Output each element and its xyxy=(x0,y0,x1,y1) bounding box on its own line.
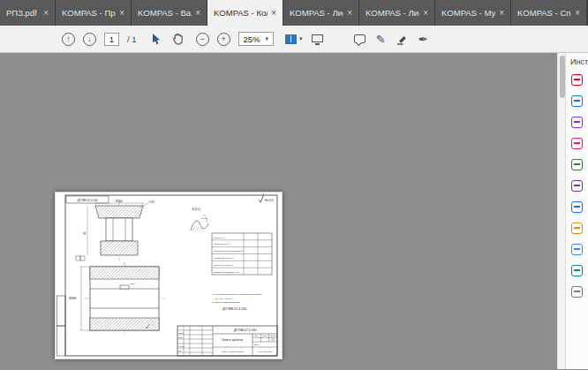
mass-label: Масса xyxy=(262,335,268,336)
chevron-down-icon: ▾ xyxy=(266,35,269,42)
hand-icon xyxy=(172,33,184,45)
dim-outer-diameter: Ø160 xyxy=(116,200,123,203)
zoom-out-button[interactable]: − xyxy=(196,33,209,46)
page-total-label: / 1 xyxy=(127,34,137,44)
table-row: Делительный диаметр d 160 xyxy=(214,271,240,273)
stamp-tool-icon[interactable] xyxy=(571,223,583,234)
page-view-icon xyxy=(285,34,297,44)
sheet-label: Лист 1 xyxy=(254,344,260,345)
role-label: Н.контр. xyxy=(178,345,185,347)
measure-tool-icon[interactable] xyxy=(571,244,583,255)
edit-pdf-icon[interactable] xyxy=(571,117,583,128)
zoom-in-button[interactable]: + xyxy=(217,33,230,46)
part-material: Сталь 45 ГОСТ 1050-88 xyxy=(222,351,245,352)
chevron-down-icon: ▾ xyxy=(299,35,303,42)
content-area: ДП 988-07.4.100 Ra 6,3 xyxy=(0,53,588,369)
tab-label: KOMPAS - Прив... xyxy=(62,8,116,18)
close-icon[interactable]: × xyxy=(499,8,504,18)
table-row: Степень точности 7-B xyxy=(214,264,234,266)
previous-page-button[interactable]: ↑ xyxy=(62,33,75,46)
part-title: Колесо зубчатое xyxy=(222,338,244,342)
tab-label: KOMPAS - Вал... xyxy=(138,8,192,18)
tab-kompas-list-2[interactable]: KOMPAS - Лис... × xyxy=(359,0,435,26)
scale-label: Масштаб xyxy=(269,335,276,336)
tools-panel: Инст xyxy=(565,53,588,369)
drawing-designation: ДП 988-07.4.100 xyxy=(222,307,246,311)
add-comment-button[interactable] xyxy=(353,30,366,48)
page-number-input[interactable]: 1 xyxy=(104,33,119,46)
note-line: 2. Острые кромки притупить. xyxy=(212,301,240,304)
sign-tool-button[interactable]: ✒ xyxy=(417,30,430,48)
tab-bar: РПЗ.pdf × KOMPAS - Прив... × KOMPAS - Ва… xyxy=(0,0,588,26)
close-icon[interactable]: × xyxy=(271,8,276,18)
role-label: Разраб. xyxy=(178,332,185,334)
page-view-menu-button[interactable]: ▾ xyxy=(285,30,303,48)
combine-files-icon[interactable] xyxy=(571,159,583,170)
tab-kompas-priv[interactable]: KOMPAS - Прив... × xyxy=(56,0,132,26)
tab-kompas-spe[interactable]: KOMPAS - Спе... × xyxy=(511,0,587,26)
close-icon[interactable]: × xyxy=(347,8,352,18)
cursor-icon xyxy=(152,34,162,45)
draw-tool-button[interactable]: ✎ xyxy=(374,30,388,48)
presentation-mode-button[interactable] xyxy=(311,30,324,48)
note-line: 1. Неуказанные предельные отклонения раз… xyxy=(212,293,262,296)
table-row: Модуль m 4 xyxy=(214,237,225,238)
close-icon[interactable]: × xyxy=(119,8,124,18)
document-canvas[interactable]: ДП 988-07.4.100 Ra 6,3 xyxy=(0,53,557,369)
more-tools-icon[interactable] xyxy=(571,286,583,298)
arrow-down-icon: ↓ xyxy=(87,35,92,43)
dim-chamfer: 1×45° xyxy=(149,200,155,204)
detail-view-label: Б (5:1) xyxy=(192,208,200,211)
role-label: Пров. xyxy=(178,336,183,338)
tools-panel-header: Инст xyxy=(566,53,588,74)
highlighter-icon xyxy=(396,34,408,45)
close-icon[interactable]: × xyxy=(575,8,580,18)
scale-value: 1:1 xyxy=(271,338,275,342)
vertical-scrollbar[interactable] xyxy=(557,53,565,369)
dim-width: 45 xyxy=(83,231,87,235)
next-page-button[interactable]: ↓ xyxy=(83,33,96,46)
close-icon[interactable]: × xyxy=(43,8,49,18)
tab-label: KOMPAS - Кол... xyxy=(214,8,268,18)
parameters-table xyxy=(212,233,272,275)
tab-label: KOMPAS - Лис... xyxy=(290,8,343,18)
detail-roughness: Ra 1,6 xyxy=(201,217,207,220)
certificates-icon[interactable] xyxy=(571,265,583,276)
tab-kompas-mu[interactable]: KOMPAS - Му... × xyxy=(435,0,511,26)
comment-tool-icon[interactable] xyxy=(571,138,583,149)
table-row: Число зубьев z 40 xyxy=(214,243,230,245)
main-toolbar: ↑ ↓ 1 / 1 − + 25% ▾ ▾ ✎ xyxy=(0,26,588,53)
dim-bore-diameter: Ø56H7 xyxy=(69,297,77,300)
roughness-value: Ra 6,3 xyxy=(265,199,274,202)
scrollbar-thumb[interactable] xyxy=(560,56,565,98)
hub-section-view xyxy=(79,262,164,335)
highlight-tool-button[interactable] xyxy=(396,30,409,48)
engineering-drawing: ДП 988-07.4.100 Ra 6,3 xyxy=(55,192,283,359)
arrow-up-icon: ↑ xyxy=(66,35,71,43)
create-pdf-icon[interactable] xyxy=(571,95,583,107)
zoom-level-select[interactable]: 25% ▾ xyxy=(238,32,275,46)
tab-label: KOMPAS - Спе... xyxy=(517,8,571,18)
tab-kompas-list-1[interactable]: KOMPAS - Лис... × xyxy=(283,0,359,26)
pen-nib-icon: ✒ xyxy=(418,34,428,45)
hand-tool-button[interactable] xyxy=(171,30,185,48)
pdf-page[interactable]: ДП 988-07.4.100 Ra 6,3 xyxy=(55,192,283,359)
presentation-screen-icon xyxy=(312,34,323,42)
send-sign-icon[interactable] xyxy=(571,201,583,213)
close-icon[interactable]: × xyxy=(195,8,200,18)
close-icon[interactable]: × xyxy=(423,8,428,18)
tab-kompas-kol-active[interactable]: KOMPAS - Кол... × xyxy=(207,0,283,26)
tab-label: KOMPAS - Му... xyxy=(441,8,495,18)
tools-panel-icons xyxy=(571,74,583,298)
role-label: Утв. xyxy=(178,350,182,351)
dim-keyway: 16P9 xyxy=(130,283,135,285)
table-row: Исходный контур ГОСТ 13755-81 xyxy=(214,250,244,252)
litera-label: Лит. xyxy=(255,335,259,336)
note-line: H14, h14, ±IT14/2. xyxy=(215,298,232,300)
acrobat-window: РПЗ.pdf × KOMPAS - Прив... × KOMPAS - Ва… xyxy=(0,0,588,370)
tab-rpz-pdf[interactable]: РПЗ.pdf × xyxy=(0,0,56,26)
fill-sign-icon[interactable] xyxy=(571,180,583,192)
select-tool-button[interactable] xyxy=(150,30,163,48)
export-pdf-icon[interactable] xyxy=(571,74,583,86)
tab-kompas-val[interactable]: KOMPAS - Вал... × xyxy=(132,0,207,26)
